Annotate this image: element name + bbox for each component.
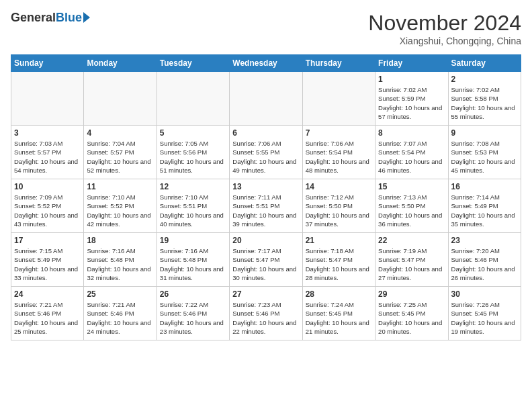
calendar-cell xyxy=(11,72,84,126)
day-info: Sunrise: 7:16 AM Sunset: 5:48 PM Dayligh… xyxy=(160,246,226,282)
day-of-week-header: Tuesday xyxy=(157,55,229,72)
calendar-cell xyxy=(84,72,157,126)
day-info: Sunrise: 7:03 AM Sunset: 5:57 PM Dayligh… xyxy=(14,139,81,175)
day-number: 19 xyxy=(160,236,226,245)
day-info: Sunrise: 7:14 AM Sunset: 5:49 PM Dayligh… xyxy=(451,193,518,228)
day-number: 7 xyxy=(306,128,372,138)
day-info: Sunrise: 7:08 AM Sunset: 5:53 PM Dayligh… xyxy=(451,139,518,175)
day-info: Sunrise: 7:05 AM Sunset: 5:56 PM Dayligh… xyxy=(160,139,226,175)
calendar-cell: 11Sunrise: 7:10 AM Sunset: 5:52 PM Dayli… xyxy=(84,179,157,233)
day-info: Sunrise: 7:15 AM Sunset: 5:49 PM Dayligh… xyxy=(14,246,81,282)
day-info: Sunrise: 7:10 AM Sunset: 5:51 PM Dayligh… xyxy=(160,193,226,228)
day-number: 22 xyxy=(378,236,445,245)
day-number: 1 xyxy=(378,75,445,84)
day-info: Sunrise: 7:23 AM Sunset: 5:46 PM Dayligh… xyxy=(232,300,299,336)
day-number: 18 xyxy=(87,236,153,245)
calendar-cell: 25Sunrise: 7:21 AM Sunset: 5:46 PM Dayli… xyxy=(84,287,157,340)
day-of-week-header: Wednesday xyxy=(230,55,302,72)
day-info: Sunrise: 7:12 AM Sunset: 5:50 PM Dayligh… xyxy=(306,193,372,228)
day-number: 6 xyxy=(232,128,299,138)
day-number: 21 xyxy=(306,236,372,245)
calendar-cell: 5Sunrise: 7:05 AM Sunset: 5:56 PM Daylig… xyxy=(157,126,229,179)
day-info: Sunrise: 7:18 AM Sunset: 5:47 PM Dayligh… xyxy=(306,246,372,282)
day-number: 9 xyxy=(451,128,518,138)
day-number: 2 xyxy=(451,75,518,84)
day-info: Sunrise: 7:16 AM Sunset: 5:48 PM Dayligh… xyxy=(87,246,153,282)
day-number: 5 xyxy=(160,128,226,138)
day-info: Sunrise: 7:21 AM Sunset: 5:46 PM Dayligh… xyxy=(87,300,153,336)
day-number: 4 xyxy=(87,128,153,138)
calendar-table: SundayMondayTuesdayWednesdayThursdayFrid… xyxy=(11,54,521,340)
calendar-cell: 19Sunrise: 7:16 AM Sunset: 5:48 PM Dayli… xyxy=(157,233,229,287)
day-info: Sunrise: 7:21 AM Sunset: 5:46 PM Dayligh… xyxy=(14,300,81,336)
day-number: 27 xyxy=(232,289,299,299)
logo-arrow-icon xyxy=(83,12,90,23)
page-header: General Blue November 2024 Xiangshui, Ch… xyxy=(11,11,521,46)
day-number: 16 xyxy=(451,182,518,191)
calendar-cell: 21Sunrise: 7:18 AM Sunset: 5:47 PM Dayli… xyxy=(302,233,375,287)
day-info: Sunrise: 7:02 AM Sunset: 5:59 PM Dayligh… xyxy=(378,85,445,121)
month-title: November 2024 xyxy=(368,11,521,36)
calendar-cell: 22Sunrise: 7:19 AM Sunset: 5:47 PM Dayli… xyxy=(375,233,448,287)
calendar-cell: 7Sunrise: 7:06 AM Sunset: 5:54 PM Daylig… xyxy=(302,126,375,179)
calendar-cell: 14Sunrise: 7:12 AM Sunset: 5:50 PM Dayli… xyxy=(302,179,375,233)
day-number: 15 xyxy=(378,182,445,191)
calendar-cell: 10Sunrise: 7:09 AM Sunset: 5:52 PM Dayli… xyxy=(11,179,84,233)
day-of-week-header: Monday xyxy=(84,55,157,72)
calendar-cell: 29Sunrise: 7:25 AM Sunset: 5:45 PM Dayli… xyxy=(375,287,448,340)
calendar-cell xyxy=(157,72,229,126)
logo-general-text: General xyxy=(11,11,56,25)
calendar-cell: 18Sunrise: 7:16 AM Sunset: 5:48 PM Dayli… xyxy=(84,233,157,287)
day-info: Sunrise: 7:07 AM Sunset: 5:54 PM Dayligh… xyxy=(378,139,445,175)
calendar-cell: 17Sunrise: 7:15 AM Sunset: 5:49 PM Dayli… xyxy=(11,233,84,287)
day-number: 11 xyxy=(87,182,153,191)
day-of-week-header: Friday xyxy=(375,55,448,72)
day-info: Sunrise: 7:06 AM Sunset: 5:54 PM Dayligh… xyxy=(306,139,372,175)
day-number: 14 xyxy=(306,182,372,191)
day-of-week-header: Saturday xyxy=(448,55,521,72)
day-info: Sunrise: 7:02 AM Sunset: 5:58 PM Dayligh… xyxy=(451,85,518,121)
calendar-cell: 13Sunrise: 7:11 AM Sunset: 5:51 PM Dayli… xyxy=(230,179,302,233)
day-info: Sunrise: 7:22 AM Sunset: 5:46 PM Dayligh… xyxy=(160,300,226,336)
logo-blue-text: Blue xyxy=(56,11,82,25)
calendar-header-row: SundayMondayTuesdayWednesdayThursdayFrid… xyxy=(11,55,521,72)
calendar-cell: 26Sunrise: 7:22 AM Sunset: 5:46 PM Dayli… xyxy=(157,287,229,340)
day-number: 12 xyxy=(160,182,226,191)
day-of-week-header: Sunday xyxy=(11,55,84,72)
day-number: 28 xyxy=(306,289,372,299)
calendar-cell xyxy=(230,72,302,126)
calendar-cell: 15Sunrise: 7:13 AM Sunset: 5:50 PM Dayli… xyxy=(375,179,448,233)
calendar-cell: 28Sunrise: 7:24 AM Sunset: 5:45 PM Dayli… xyxy=(302,287,375,340)
week-row: 10Sunrise: 7:09 AM Sunset: 5:52 PM Dayli… xyxy=(11,179,521,233)
calendar-cell: 9Sunrise: 7:08 AM Sunset: 5:53 PM Daylig… xyxy=(448,126,521,179)
calendar-cell: 24Sunrise: 7:21 AM Sunset: 5:46 PM Dayli… xyxy=(11,287,84,340)
location-subtitle: Xiangshui, Chongqing, China xyxy=(368,36,521,46)
day-info: Sunrise: 7:20 AM Sunset: 5:46 PM Dayligh… xyxy=(451,246,518,282)
calendar-cell: 4Sunrise: 7:04 AM Sunset: 5:57 PM Daylig… xyxy=(84,126,157,179)
calendar-cell: 16Sunrise: 7:14 AM Sunset: 5:49 PM Dayli… xyxy=(448,179,521,233)
day-info: Sunrise: 7:24 AM Sunset: 5:45 PM Dayligh… xyxy=(306,300,372,336)
day-info: Sunrise: 7:26 AM Sunset: 5:45 PM Dayligh… xyxy=(451,300,518,336)
week-row: 24Sunrise: 7:21 AM Sunset: 5:46 PM Dayli… xyxy=(11,287,521,340)
day-info: Sunrise: 7:17 AM Sunset: 5:47 PM Dayligh… xyxy=(232,246,299,282)
day-number: 29 xyxy=(378,289,445,299)
day-info: Sunrise: 7:25 AM Sunset: 5:45 PM Dayligh… xyxy=(378,300,445,336)
day-number: 3 xyxy=(14,128,81,138)
day-info: Sunrise: 7:09 AM Sunset: 5:52 PM Dayligh… xyxy=(14,193,81,228)
calendar-cell: 20Sunrise: 7:17 AM Sunset: 5:47 PM Dayli… xyxy=(230,233,302,287)
week-row: 1Sunrise: 7:02 AM Sunset: 5:59 PM Daylig… xyxy=(11,72,521,126)
day-number: 24 xyxy=(14,289,81,299)
day-number: 13 xyxy=(232,182,299,191)
calendar-cell: 30Sunrise: 7:26 AM Sunset: 5:45 PM Dayli… xyxy=(448,287,521,340)
day-info: Sunrise: 7:06 AM Sunset: 5:55 PM Dayligh… xyxy=(232,139,299,175)
day-info: Sunrise: 7:19 AM Sunset: 5:47 PM Dayligh… xyxy=(378,246,445,282)
day-number: 30 xyxy=(451,289,518,299)
day-number: 20 xyxy=(232,236,299,245)
calendar-cell: 6Sunrise: 7:06 AM Sunset: 5:55 PM Daylig… xyxy=(230,126,302,179)
calendar-cell: 1Sunrise: 7:02 AM Sunset: 5:59 PM Daylig… xyxy=(375,72,448,126)
calendar-cell: 12Sunrise: 7:10 AM Sunset: 5:51 PM Dayli… xyxy=(157,179,229,233)
day-number: 23 xyxy=(451,236,518,245)
day-number: 26 xyxy=(160,289,226,299)
calendar-cell: 23Sunrise: 7:20 AM Sunset: 5:46 PM Dayli… xyxy=(448,233,521,287)
day-number: 25 xyxy=(87,289,153,299)
